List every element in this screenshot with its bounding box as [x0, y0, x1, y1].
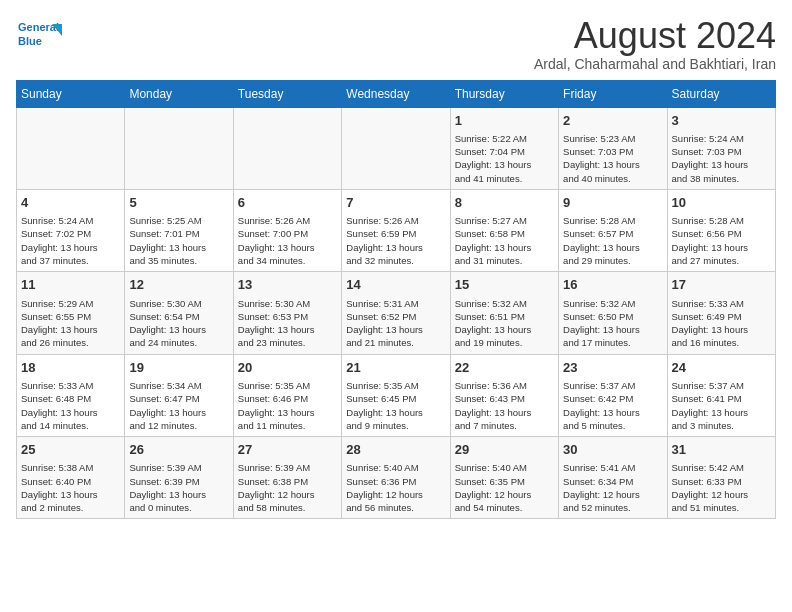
day-number: 4	[21, 194, 120, 212]
day-number: 27	[238, 441, 337, 459]
weekday-header-row: SundayMondayTuesdayWednesdayThursdayFrid…	[17, 80, 776, 107]
location-subtitle: Ardal, Chaharmahal and Bakhtiari, Iran	[534, 56, 776, 72]
day-number: 8	[455, 194, 554, 212]
day-number: 15	[455, 276, 554, 294]
day-info-line: Sunset: 6:33 PM	[672, 475, 771, 488]
day-cell-30: 30Sunrise: 5:41 AMSunset: 6:34 PMDayligh…	[559, 437, 667, 519]
day-info-line: Sunset: 6:43 PM	[455, 392, 554, 405]
calendar-table: SundayMondayTuesdayWednesdayThursdayFrid…	[16, 80, 776, 520]
weekday-header-saturday: Saturday	[667, 80, 775, 107]
empty-cell	[233, 107, 341, 189]
day-info-line: Sunrise: 5:39 AM	[129, 461, 228, 474]
day-info-line: Sunrise: 5:35 AM	[238, 379, 337, 392]
day-cell-10: 10Sunrise: 5:28 AMSunset: 6:56 PMDayligh…	[667, 189, 775, 271]
day-cell-3: 3Sunrise: 5:24 AMSunset: 7:03 PMDaylight…	[667, 107, 775, 189]
day-info-line: Sunrise: 5:34 AM	[129, 379, 228, 392]
day-info-line: and 38 minutes.	[672, 172, 771, 185]
day-info-line: Sunrise: 5:39 AM	[238, 461, 337, 474]
day-info-line: Daylight: 13 hours	[455, 241, 554, 254]
day-info-line: Sunrise: 5:37 AM	[563, 379, 662, 392]
day-info-line: and 52 minutes.	[563, 501, 662, 514]
day-number: 5	[129, 194, 228, 212]
day-number: 22	[455, 359, 554, 377]
day-cell-24: 24Sunrise: 5:37 AMSunset: 6:41 PMDayligh…	[667, 354, 775, 436]
day-info-line: and 14 minutes.	[21, 419, 120, 432]
day-info-line: and 29 minutes.	[563, 254, 662, 267]
day-number: 16	[563, 276, 662, 294]
day-info-line: Daylight: 12 hours	[346, 488, 445, 501]
day-info-line: Daylight: 13 hours	[455, 323, 554, 336]
week-row-5: 25Sunrise: 5:38 AMSunset: 6:40 PMDayligh…	[17, 437, 776, 519]
day-info-line: Daylight: 13 hours	[129, 323, 228, 336]
day-info-line: Daylight: 13 hours	[563, 323, 662, 336]
day-number: 24	[672, 359, 771, 377]
page-header: General Blue August 2024 Ardal, Chaharma…	[16, 16, 776, 72]
day-number: 13	[238, 276, 337, 294]
day-cell-1: 1Sunrise: 5:22 AMSunset: 7:04 PMDaylight…	[450, 107, 558, 189]
day-cell-28: 28Sunrise: 5:40 AMSunset: 6:36 PMDayligh…	[342, 437, 450, 519]
day-number: 7	[346, 194, 445, 212]
day-info-line: Sunset: 7:00 PM	[238, 227, 337, 240]
day-info-line: and 31 minutes.	[455, 254, 554, 267]
day-info-line: Sunset: 6:40 PM	[21, 475, 120, 488]
day-info-line: Sunrise: 5:25 AM	[129, 214, 228, 227]
day-info-line: and 27 minutes.	[672, 254, 771, 267]
weekday-header-wednesday: Wednesday	[342, 80, 450, 107]
day-info-line: Daylight: 13 hours	[672, 158, 771, 171]
day-info-line: Sunrise: 5:42 AM	[672, 461, 771, 474]
day-info-line: Daylight: 13 hours	[672, 241, 771, 254]
day-number: 3	[672, 112, 771, 130]
day-info-line: Sunrise: 5:28 AM	[563, 214, 662, 227]
day-info-line: and 51 minutes.	[672, 501, 771, 514]
title-area: August 2024 Ardal, Chaharmahal and Bakht…	[534, 16, 776, 72]
day-info-line: Sunset: 6:56 PM	[672, 227, 771, 240]
day-cell-21: 21Sunrise: 5:35 AMSunset: 6:45 PMDayligh…	[342, 354, 450, 436]
day-number: 29	[455, 441, 554, 459]
day-info-line: and 2 minutes.	[21, 501, 120, 514]
empty-cell	[17, 107, 125, 189]
day-cell-29: 29Sunrise: 5:40 AMSunset: 6:35 PMDayligh…	[450, 437, 558, 519]
day-info-line: Sunrise: 5:40 AM	[346, 461, 445, 474]
day-info-line: and 3 minutes.	[672, 419, 771, 432]
week-row-2: 4Sunrise: 5:24 AMSunset: 7:02 PMDaylight…	[17, 189, 776, 271]
day-cell-2: 2Sunrise: 5:23 AMSunset: 7:03 PMDaylight…	[559, 107, 667, 189]
day-info-line: Daylight: 13 hours	[238, 241, 337, 254]
day-info-line: Sunset: 6:54 PM	[129, 310, 228, 323]
week-row-4: 18Sunrise: 5:33 AMSunset: 6:48 PMDayligh…	[17, 354, 776, 436]
day-info-line: and 56 minutes.	[346, 501, 445, 514]
day-number: 12	[129, 276, 228, 294]
day-info-line: Sunrise: 5:41 AM	[563, 461, 662, 474]
day-cell-23: 23Sunrise: 5:37 AMSunset: 6:42 PMDayligh…	[559, 354, 667, 436]
day-info-line: Daylight: 12 hours	[455, 488, 554, 501]
day-cell-31: 31Sunrise: 5:42 AMSunset: 6:33 PMDayligh…	[667, 437, 775, 519]
day-info-line: Sunset: 6:57 PM	[563, 227, 662, 240]
day-info-line: Sunset: 6:48 PM	[21, 392, 120, 405]
day-info-line: Sunset: 6:58 PM	[455, 227, 554, 240]
day-info-line: Sunset: 6:45 PM	[346, 392, 445, 405]
day-cell-16: 16Sunrise: 5:32 AMSunset: 6:50 PMDayligh…	[559, 272, 667, 354]
day-number: 17	[672, 276, 771, 294]
day-number: 10	[672, 194, 771, 212]
day-info-line: and 41 minutes.	[455, 172, 554, 185]
day-info-line: Sunrise: 5:40 AM	[455, 461, 554, 474]
day-info-line: Sunrise: 5:37 AM	[672, 379, 771, 392]
day-cell-14: 14Sunrise: 5:31 AMSunset: 6:52 PMDayligh…	[342, 272, 450, 354]
day-info-line: Daylight: 13 hours	[563, 406, 662, 419]
day-info-line: Daylight: 13 hours	[21, 241, 120, 254]
day-info-line: and 35 minutes.	[129, 254, 228, 267]
day-info-line: Sunset: 6:51 PM	[455, 310, 554, 323]
day-info-line: Sunrise: 5:32 AM	[455, 297, 554, 310]
day-info-line: Daylight: 13 hours	[238, 406, 337, 419]
day-cell-11: 11Sunrise: 5:29 AMSunset: 6:55 PMDayligh…	[17, 272, 125, 354]
day-info-line: and 34 minutes.	[238, 254, 337, 267]
day-info-line: Daylight: 13 hours	[563, 158, 662, 171]
day-info-line: and 54 minutes.	[455, 501, 554, 514]
day-info-line: Sunrise: 5:38 AM	[21, 461, 120, 474]
day-info-line: Sunset: 6:59 PM	[346, 227, 445, 240]
day-cell-5: 5Sunrise: 5:25 AMSunset: 7:01 PMDaylight…	[125, 189, 233, 271]
day-info-line: and 7 minutes.	[455, 419, 554, 432]
day-cell-26: 26Sunrise: 5:39 AMSunset: 6:39 PMDayligh…	[125, 437, 233, 519]
month-year-title: August 2024	[534, 16, 776, 56]
day-info-line: Sunset: 6:38 PM	[238, 475, 337, 488]
day-info-line: Sunset: 7:04 PM	[455, 145, 554, 158]
